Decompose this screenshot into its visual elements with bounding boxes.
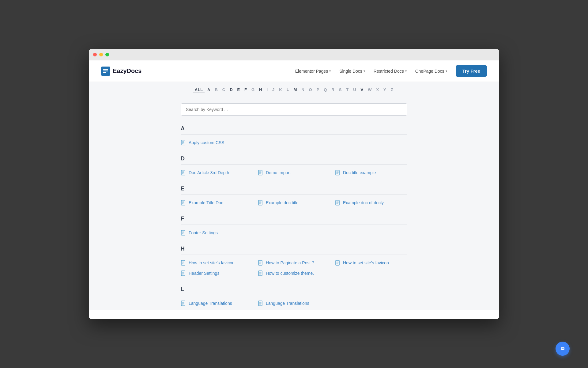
doc-link[interactable]: Doc title example: [343, 170, 376, 175]
nav-single-docs[interactable]: Single Docs ▾: [339, 69, 365, 74]
svg-rect-3: [103, 72, 106, 73]
alpha-z[interactable]: Z: [389, 87, 395, 93]
alpha-y[interactable]: Y: [382, 87, 388, 93]
list-item: How to set site's favicon: [335, 259, 407, 267]
alpha-x[interactable]: X: [375, 87, 380, 93]
close-dot[interactable]: [93, 53, 97, 56]
alpha-k[interactable]: K: [277, 87, 284, 93]
document-icon: [258, 170, 263, 175]
alpha-g[interactable]: G: [250, 87, 256, 93]
svg-rect-2: [103, 71, 108, 71]
document-icon: [258, 200, 263, 205]
alpha-i[interactable]: I: [265, 87, 269, 93]
alpha-b[interactable]: B: [213, 87, 219, 93]
list-item: Example Title Doc: [181, 198, 253, 207]
nav-onepage-docs[interactable]: OnePage Docs ▾: [415, 69, 447, 74]
document-icon: [181, 170, 186, 175]
alpha-j[interactable]: J: [271, 87, 276, 93]
list-item: Language Translations: [258, 299, 330, 308]
divider-l: [181, 295, 407, 295]
list-item: Header Settings: [181, 269, 253, 278]
alpha-v[interactable]: V: [359, 87, 365, 93]
doc-link[interactable]: Footer Settings: [189, 230, 218, 235]
section-letter-d: D: [181, 152, 407, 164]
list-item: Doc Article 3rd Depth: [181, 168, 253, 177]
chevron-down-icon: ▾: [446, 69, 447, 73]
doc-link[interactable]: Language Translations: [189, 301, 232, 306]
maximize-dot[interactable]: [105, 53, 109, 56]
doc-link[interactable]: Example doc of docly: [343, 200, 384, 205]
alpha-o[interactable]: O: [307, 87, 314, 93]
section-f: F Footer Settings: [181, 212, 407, 240]
chat-icon: [559, 345, 566, 352]
document-icon: [181, 200, 186, 205]
document-icon: [258, 260, 263, 266]
minimize-dot[interactable]: [99, 53, 103, 56]
list-item: Demo Import: [258, 168, 330, 177]
svg-point-67: [563, 348, 564, 349]
document-icon: [181, 230, 186, 236]
section-h: H How to set site's favicon: [181, 242, 407, 280]
alpha-q[interactable]: Q: [322, 87, 329, 93]
doc-link[interactable]: How to set site's favicon: [189, 260, 235, 265]
alpha-l[interactable]: L: [285, 87, 291, 93]
alpha-t[interactable]: T: [345, 87, 350, 93]
list-item: Example doc of docly: [335, 198, 407, 207]
alpha-w[interactable]: W: [366, 87, 373, 93]
alpha-a[interactable]: A: [206, 87, 212, 93]
document-icon: [181, 270, 186, 276]
divider-h: [181, 255, 407, 255]
doc-link[interactable]: How to customize theme.: [266, 271, 314, 276]
doc-link[interactable]: Language Translations: [266, 301, 309, 306]
divider-f: [181, 224, 407, 225]
alpha-f[interactable]: F: [243, 87, 248, 93]
document-icon: [258, 301, 263, 306]
doc-link[interactable]: Example doc title: [266, 200, 299, 205]
chevron-down-icon: ▾: [405, 69, 407, 73]
nav-elementor-pages[interactable]: Elementor Pages ▾: [295, 69, 331, 74]
doc-link[interactable]: Example Title Doc: [189, 200, 223, 205]
svg-point-66: [562, 348, 563, 349]
search-area: [175, 103, 413, 116]
doc-grid-f: Footer Settings: [181, 228, 407, 240]
alpha-c[interactable]: C: [221, 87, 227, 93]
document-icon: [335, 260, 341, 266]
list-item: Footer Settings: [181, 228, 253, 237]
section-l: L Language Translations: [181, 282, 407, 310]
doc-link[interactable]: Apply custom CSS: [189, 140, 224, 145]
document-icon: [181, 140, 186, 145]
chat-bubble-button[interactable]: [556, 342, 570, 356]
chevron-down-icon: ▾: [329, 69, 331, 73]
doc-link[interactable]: Header Settings: [189, 271, 219, 276]
alpha-s[interactable]: S: [337, 87, 343, 93]
alpha-p[interactable]: P: [315, 87, 321, 93]
nav-area: Elementor Pages ▾ Single Docs ▾ Restrict…: [295, 65, 487, 77]
alpha-h[interactable]: H: [258, 87, 264, 93]
document-icon: [335, 200, 341, 205]
section-e: E Example Title Doc: [181, 182, 407, 209]
document-icon: [335, 170, 341, 175]
doc-grid-h: How to set site's favicon How to Paginat…: [181, 259, 407, 280]
alpha-e[interactable]: E: [236, 87, 241, 93]
doc-link[interactable]: How to Paginate a Post ?: [266, 260, 314, 265]
section-letter-l: L: [181, 282, 407, 295]
list-item: Example doc title: [258, 198, 330, 207]
section-d: D Doc Article 3rd Depth: [181, 152, 407, 179]
site-header: EazyDocs Elementor Pages ▾ Single Docs ▾…: [89, 60, 499, 82]
list-item: How to set site's favicon: [181, 259, 253, 267]
alpha-m[interactable]: M: [292, 87, 298, 93]
divider-d: [181, 164, 407, 165]
doc-link[interactable]: Doc Article 3rd Depth: [189, 170, 229, 175]
doc-link[interactable]: Demo Import: [266, 170, 291, 175]
section-letter-e: E: [181, 182, 407, 194]
doc-link[interactable]: How to set site's favicon: [343, 260, 389, 265]
try-free-button[interactable]: Try Free: [456, 65, 487, 77]
alpha-d[interactable]: D: [228, 87, 234, 93]
alpha-r[interactable]: R: [330, 87, 336, 93]
alpha-n[interactable]: N: [300, 87, 306, 93]
alpha-u[interactable]: U: [352, 87, 358, 93]
alpha-all[interactable]: ALL: [193, 87, 205, 93]
nav-restricted-docs[interactable]: Restricted Docs ▾: [374, 69, 407, 74]
search-input[interactable]: [181, 103, 407, 116]
document-icon: [181, 301, 186, 306]
